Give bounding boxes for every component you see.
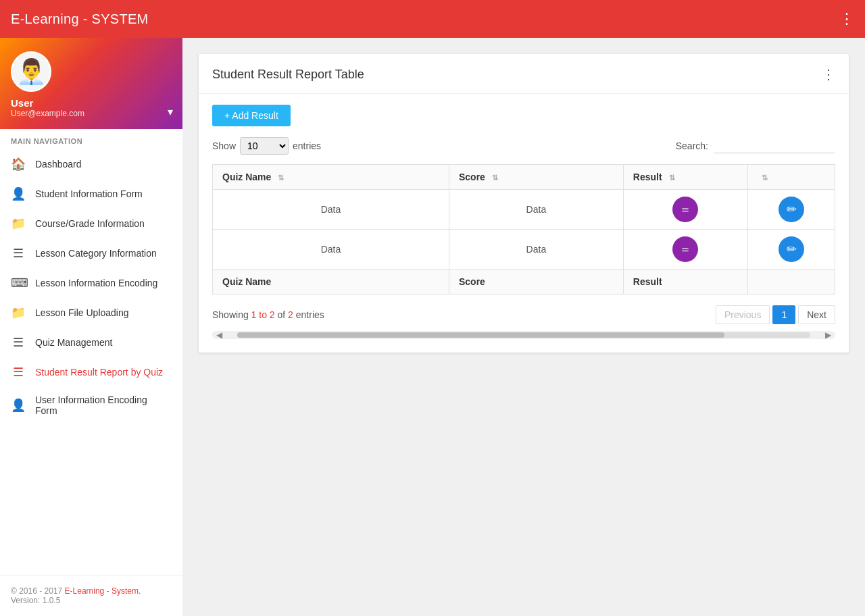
entries-select[interactable]: 10 25 50 100 — [240, 137, 289, 155]
person-icon: 👤 — [11, 186, 26, 201]
folder2-icon: 📁 — [11, 305, 26, 320]
avatar: 👨‍💼 — [11, 51, 51, 92]
folder-icon: 📁 — [11, 216, 26, 231]
show-entries: Show 10 25 50 100 entries — [212, 137, 321, 155]
cell-quiz-1: Data — [213, 190, 449, 230]
sidebar-label-lesson-encoding: Lesson Information Encoding — [35, 278, 157, 288]
scroll-track — [237, 332, 810, 338]
sidebar-item-course-grade[interactable]: 📁 Course/Grade Information — [0, 209, 182, 238]
sidebar-item-user-encoding[interactable]: 👤 User Information Encoding Form — [0, 387, 182, 424]
pagination-area: Showing 1 to 2 of 2 entries Previous 1 N… — [212, 305, 835, 324]
profile-dropdown-icon[interactable]: ▾ — [168, 105, 173, 118]
sidebar-footer: © 2016 - 2017 E-Learning - System. Versi… — [0, 575, 182, 616]
main-layout: 👨‍💼 User User@example.com ▾ MAIN NAVIGAT… — [0, 38, 865, 616]
cell-result-2: ＝ — [623, 230, 747, 270]
scroll-right-icon[interactable]: ▶ — [821, 331, 835, 339]
list-icon: ☰ — [11, 246, 26, 261]
previous-button[interactable]: Previous — [716, 305, 770, 324]
col-footer-quiz: Quiz Name — [213, 270, 449, 294]
col-footer-result: Result — [623, 270, 747, 294]
user-encoding-icon: 👤 — [11, 398, 26, 413]
sidebar-label-user-encoding: User Information Encoding Form — [35, 394, 172, 416]
sidebar-label-quiz-mgmt: Quiz Management — [35, 337, 112, 348]
card-title: Student Result Report Table — [212, 68, 364, 82]
result-table: Quiz Name ⇅ Score ⇅ Result ⇅ ⇅ — [212, 164, 835, 294]
quiz-icon: ☰ — [11, 335, 26, 350]
sidebar-item-lesson-file[interactable]: 📁 Lesson File Uploading — [0, 298, 182, 328]
sidebar-label-dashboard: Dashboard — [35, 159, 82, 170]
cell-score-2: Data — [449, 230, 623, 270]
show-label: Show — [212, 140, 236, 151]
result-view-btn-1[interactable]: ＝ — [672, 197, 698, 222]
col-footer-score: Score — [449, 270, 623, 294]
result-table-card: Student Result Report Table ⋮ + Add Resu… — [199, 54, 849, 353]
sidebar-label-course-grade: Course/Grade Information — [35, 218, 145, 229]
nav-section-title: MAIN NAVIGATION — [0, 129, 182, 149]
showing-text: Showing — [212, 309, 251, 320]
sort-quiz-icon: ⇅ — [278, 174, 284, 182]
cell-result-1: ＝ — [623, 190, 747, 230]
sidebar-label-student-result: Student Result Report by Quiz — [35, 367, 163, 378]
sidebar-label-lesson-file: Lesson File Uploading — [35, 307, 129, 318]
page-1-button[interactable]: 1 — [772, 305, 795, 324]
col-header-quiz[interactable]: Quiz Name ⇅ — [213, 165, 449, 190]
sort-result-icon: ⇅ — [669, 174, 675, 182]
col-footer-action — [748, 270, 835, 294]
result-edit-btn-2[interactable]: ✏ — [778, 236, 804, 262]
version-label: Version: — [11, 596, 43, 605]
search-label: Search: — [676, 140, 708, 151]
total-text: 2 — [288, 309, 293, 320]
scroll-left-icon[interactable]: ◀ — [212, 331, 226, 339]
home-icon: 🏠 — [11, 157, 26, 172]
app-title: E-Learning - SYSTEM — [11, 11, 149, 27]
cell-score-1: Data — [449, 190, 623, 230]
search-input[interactable] — [714, 139, 835, 153]
avatar-icon: 👨‍💼 — [16, 57, 47, 86]
main-content: Student Result Report Table ⋮ + Add Resu… — [182, 38, 865, 616]
col-header-action: ⇅ — [748, 165, 835, 190]
result-view-btn-2[interactable]: ＝ — [672, 236, 698, 262]
sidebar-item-student-info[interactable]: 👤 Student Information Form — [0, 179, 182, 209]
col-header-score[interactable]: Score ⇅ — [449, 165, 623, 190]
sidebar-label-lesson-category: Lesson Category Information — [35, 248, 157, 259]
cell-action-1: ✏ — [748, 190, 835, 230]
entries-end-text: entries — [293, 309, 324, 320]
sort-score-icon: ⇅ — [492, 174, 498, 182]
sidebar-label-student-info: Student Information Form — [35, 188, 143, 199]
brand-link[interactable]: E-Learning - System. — [65, 586, 141, 596]
sidebar-item-lesson-encoding[interactable]: ⌨ Lesson Information Encoding — [0, 268, 182, 298]
sidebar: 👨‍💼 User User@example.com ▾ MAIN NAVIGAT… — [0, 38, 182, 616]
search-box: Search: — [676, 139, 835, 153]
col-header-result[interactable]: Result ⇅ — [623, 165, 747, 190]
table-row: Data Data ＝ ✏ — [213, 190, 835, 230]
user-email: User@example.com — [11, 109, 172, 118]
sort-action-icon: ⇅ — [762, 174, 768, 182]
sidebar-item-student-result[interactable]: ☰ Student Result Report by Quiz — [0, 357, 182, 387]
top-header: E-Learning - SYSTEM ⋮ — [0, 0, 865, 38]
card-body: + Add Result Show 10 25 50 100 entries — [199, 94, 849, 353]
copyright-text: © 2016 - 2017 — [11, 586, 65, 596]
add-result-button[interactable]: + Add Result — [212, 105, 291, 126]
sidebar-item-lesson-category[interactable]: ☰ Lesson Category Information — [0, 238, 182, 268]
sidebar-item-dashboard[interactable]: 🏠 Dashboard — [0, 149, 182, 179]
card-options-icon[interactable]: ⋮ — [822, 66, 835, 82]
user-info: User User@example.com — [11, 97, 172, 118]
horizontal-scrollbar[interactable]: ◀ ▶ — [212, 331, 835, 339]
pagination-controls: Previous 1 Next — [716, 305, 835, 324]
user-profile: 👨‍💼 User User@example.com ▾ — [0, 38, 182, 129]
sidebar-item-quiz-mgmt[interactable]: ☰ Quiz Management — [0, 328, 182, 357]
table-row: Data Data ＝ ✏ — [213, 230, 835, 270]
menu-dots-icon[interactable]: ⋮ — [839, 10, 854, 28]
range-text: 1 to 2 — [251, 309, 275, 320]
table-controls: Show 10 25 50 100 entries Search: — [212, 137, 835, 155]
of-text: of — [275, 309, 288, 320]
pagination-info: Showing 1 to 2 of 2 entries — [212, 309, 324, 320]
next-button[interactable]: Next — [798, 305, 835, 324]
result-icon: ☰ — [11, 365, 26, 380]
entries-label: entries — [293, 140, 321, 151]
username: User — [11, 97, 172, 109]
result-edit-btn-1[interactable]: ✏ — [778, 197, 804, 222]
version-value: 1.0.5 — [43, 596, 61, 605]
keyboard-icon: ⌨ — [11, 276, 26, 290]
scroll-thumb — [237, 332, 724, 338]
